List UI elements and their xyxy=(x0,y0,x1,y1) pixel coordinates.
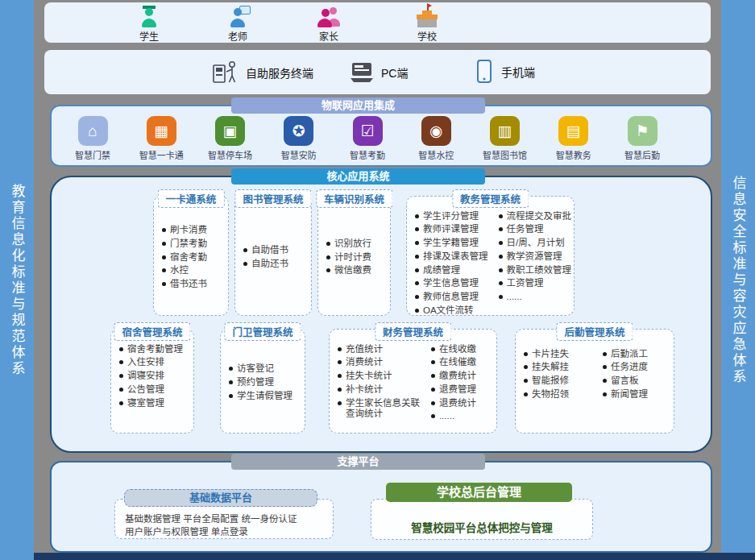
core-systems-section: 核心应用系统 一卡通系统 刷卡消费门禁考勤宿舍考勤水控借书还书 图书管理系统 自… xyxy=(50,176,712,453)
bullet-dot xyxy=(431,414,435,418)
bullet-item: 退费统计 xyxy=(431,398,496,409)
bullet-dot xyxy=(524,392,528,396)
card-finance-system: 财务管理系统 充值统计消费统计挂失卡统计补卡统计学生家长信息关联查询统计 在线收… xyxy=(329,329,497,433)
bullet-dot xyxy=(338,347,342,351)
bullet-label: 失物招领 xyxy=(532,389,569,400)
bullet-dot xyxy=(499,295,503,299)
bullet-dot xyxy=(524,352,528,356)
card-title: 财务管理系统 xyxy=(375,322,451,341)
bullet-label: 借书还书 xyxy=(170,279,207,290)
bullet-dot xyxy=(119,374,123,378)
iot-items-row: ⌂ 智慧门禁 ▦ 智慧一卡通 ▣ 智慧停车场 ✪ 智慧安防 ☑ 智慧考勤 ◉ 智… xyxy=(52,106,711,161)
bullet-item: 任务管理 xyxy=(499,224,575,235)
bullet-label: 消费统计 xyxy=(346,357,383,368)
bullet-dot xyxy=(431,401,435,405)
bullet-dot xyxy=(162,282,166,286)
bullet-item: 消费统计 xyxy=(338,357,423,368)
bullet-dot xyxy=(162,255,166,259)
access-item-kiosk: 自助服务终端 xyxy=(212,60,313,85)
card-title: 一卡通系统 xyxy=(158,189,225,208)
bullet-dot xyxy=(415,255,419,259)
student-icon xyxy=(138,6,160,27)
card-gatekeeper-system: 门卫管理系统 访客登记预约管理学生请假管理 xyxy=(220,329,305,433)
user-label: 老师 xyxy=(228,29,247,43)
parking-icon: ▣ xyxy=(215,116,245,146)
bullet-item: 水控 xyxy=(162,265,225,276)
bullet-dot xyxy=(326,255,330,259)
bullet-label: 新闻管理 xyxy=(611,389,648,400)
bullet-label: 流程提交及审批 xyxy=(507,211,572,222)
card-academic-admin-system: 教务管理系统 学生评分管理教师评课管理学生学籍管理排课及课表管理成绩管理学生信息… xyxy=(406,196,575,316)
bullet-label: ...... xyxy=(439,411,454,422)
card-items-col1: 充值统计消费统计挂失卡统计补卡统计学生家长信息关联查询统计 xyxy=(330,330,423,433)
bullet-dot xyxy=(338,401,342,405)
bullet-label: 自助还书 xyxy=(251,259,288,270)
bullet-item: 学生信息管理 xyxy=(415,278,491,289)
bullet-dot xyxy=(415,281,419,285)
iot-item-water-control: ◉ 智慧水控 xyxy=(407,116,465,161)
bullet-dot xyxy=(431,347,435,351)
bullet-dot xyxy=(243,262,247,266)
bullet-item: ...... xyxy=(499,292,575,303)
admin-desc: 智慧校园平台总体把控与管理 xyxy=(411,522,553,534)
school-backend-admin-box: 智慧校园平台总体把控与管理 xyxy=(371,499,593,540)
bullet-label: 自助借书 xyxy=(251,245,288,256)
bullet-label: 门禁考勤 xyxy=(170,239,207,250)
bullet-item: 挂失解挂 xyxy=(524,362,591,373)
bullet-label: 任务进度 xyxy=(611,362,648,373)
bullet-label: 入住安排 xyxy=(127,357,164,368)
bullet-label: 识别放行 xyxy=(334,239,371,250)
bullet-label: 在线收缴 xyxy=(439,344,476,355)
smart-campus-architecture-diagram: 教育信息化标准与规范体系 信息安全标准与容灾应急体系 学生 老师 家长 学校 xyxy=(0,0,755,560)
card-title: 宿舍管理系统 xyxy=(114,322,190,341)
base-platform-line2: 用户账户与权限管理 单点登录 xyxy=(125,526,325,539)
iot-item-logistics: ⚑ 智慧后勤 xyxy=(613,116,671,161)
card-items: 识别放行计时计费微信缴费 xyxy=(318,197,390,315)
bullet-item: 退费管理 xyxy=(431,384,496,396)
bullet-label: 充值统计 xyxy=(346,344,383,355)
bullet-label: 退费管理 xyxy=(439,384,476,396)
bullet-item: 缴费统计 xyxy=(431,371,496,382)
bullet-dot xyxy=(229,394,233,398)
left-sidebar: 教育信息化标准与规范体系 xyxy=(0,0,34,560)
bullet-dot xyxy=(603,352,607,356)
bullet-label: 教职工绩效管理 xyxy=(507,265,572,276)
bullet-item: 卡片挂失 xyxy=(524,349,591,360)
iot-item-parking: ▣ 智慧停车场 xyxy=(201,116,259,161)
bullet-item: 教师评课管理 xyxy=(415,224,491,235)
bullet-label: 学生信息管理 xyxy=(423,278,479,289)
bullet-dot xyxy=(229,367,233,371)
bullet-item: 成绩管理 xyxy=(415,265,491,276)
card-title: 后勤管理系统 xyxy=(556,322,633,341)
bullet-dot xyxy=(415,214,419,218)
bullet-dot xyxy=(162,242,166,246)
bullet-label: 调寝安排 xyxy=(127,371,164,382)
bullet-item: 工资管理 xyxy=(499,278,575,289)
bullet-dot xyxy=(415,241,419,245)
bullet-label: 学生评分管理 xyxy=(423,211,479,222)
bullet-item: 学生请假管理 xyxy=(229,391,301,402)
bullet-item: 排课及课表管理 xyxy=(415,251,491,263)
access-label: PC端 xyxy=(381,64,408,81)
user-label: 学校 xyxy=(417,29,437,43)
bullet-label: 在线催缴 xyxy=(439,357,476,368)
bullet-label: 留言板 xyxy=(611,375,639,387)
iot-item-academic: ▤ 智慧教务 xyxy=(545,116,603,161)
bullet-item: 挂失卡统计 xyxy=(338,371,423,382)
bullet-item: 日/周、月计划 xyxy=(499,238,575,249)
bullet-item: 留言板 xyxy=(603,375,670,387)
card-items-col2: 在线收缴在线催缴缴费统计退费管理退费统计...... xyxy=(423,330,496,433)
bullet-item: 计时计费 xyxy=(326,252,387,263)
bullet-label: 教师评课管理 xyxy=(423,224,479,235)
bullet-label: 学生请假管理 xyxy=(237,391,292,402)
bullet-item: 访客登记 xyxy=(229,363,301,375)
bullet-item: 寝室管理 xyxy=(119,398,190,409)
base-platform-line1: 基础数据管理 平台全局配置 统一身份认证 xyxy=(125,513,325,526)
bullet-label: 后勤派工 xyxy=(611,349,648,360)
bullet-item: 教职工绩效管理 xyxy=(499,265,575,276)
iot-item-attendance: ☑ 智慧考勤 xyxy=(338,116,396,161)
bullet-dot xyxy=(524,379,528,383)
bullet-dot xyxy=(326,268,330,272)
card-logistics-system: 后勤管理系统 卡片挂失挂失解挂智能报修失物招领 后勤派工任务进度留言板新闻管理 xyxy=(515,329,674,433)
bullet-label: 教学资源管理 xyxy=(507,251,562,263)
